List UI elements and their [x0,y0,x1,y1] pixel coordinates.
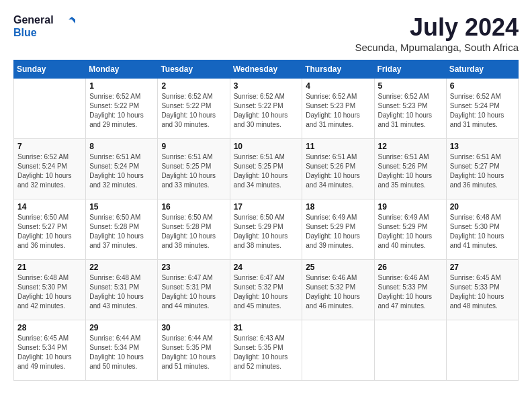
day-info: Sunrise: 6:51 AM Sunset: 5:27 PM Dayligh… [450,152,515,190]
day-info: Sunrise: 6:51 AM Sunset: 5:24 PM Dayligh… [89,152,154,190]
calendar-cell: 1Sunrise: 6:52 AM Sunset: 5:22 PM Daylig… [86,79,158,139]
calendar-cell: 31Sunrise: 6:43 AM Sunset: 5:35 PM Dayli… [230,320,302,381]
weekday-header-tuesday: Tuesday [158,60,230,79]
day-info: Sunrise: 6:50 AM Sunset: 5:29 PM Dayligh… [234,213,299,250]
calendar-cell: 6Sunrise: 6:52 AM Sunset: 5:24 PM Daylig… [446,79,518,139]
calendar-cell [302,320,374,381]
calendar-cell: 25Sunrise: 6:46 AM Sunset: 5:32 PM Dayli… [302,260,374,320]
day-info: Sunrise: 6:48 AM Sunset: 5:31 PM Dayligh… [89,273,154,311]
calendar-cell: 10Sunrise: 6:51 AM Sunset: 5:25 PM Dayli… [230,139,302,199]
logo: General Blue [13,13,75,39]
calendar-cell: 3Sunrise: 6:52 AM Sunset: 5:22 PM Daylig… [230,79,302,139]
day-info: Sunrise: 6:44 AM Sunset: 5:35 PM Dayligh… [161,334,226,371]
calendar-cell: 2Sunrise: 6:52 AM Sunset: 5:22 PM Daylig… [158,79,230,139]
day-number: 6 [450,81,515,91]
calendar-cell: 12Sunrise: 6:51 AM Sunset: 5:26 PM Dayli… [374,139,446,199]
day-number: 16 [161,202,226,212]
weekday-header-monday: Monday [86,60,158,79]
day-info: Sunrise: 6:49 AM Sunset: 5:29 PM Dayligh… [378,213,443,250]
day-number: 20 [450,202,515,212]
calendar-week-row: 21Sunrise: 6:48 AM Sunset: 5:30 PM Dayli… [14,260,519,320]
calendar-cell: 27Sunrise: 6:45 AM Sunset: 5:33 PM Dayli… [446,260,518,320]
calendar-cell: 4Sunrise: 6:52 AM Sunset: 5:23 PM Daylig… [302,79,374,139]
day-number: 25 [306,263,370,272]
day-info: Sunrise: 6:52 AM Sunset: 5:22 PM Dayligh… [161,92,226,130]
logo-general: General [13,13,54,26]
calendar-cell: 19Sunrise: 6:49 AM Sunset: 5:29 PM Dayli… [374,199,446,260]
day-info: Sunrise: 6:46 AM Sunset: 5:32 PM Dayligh… [306,273,370,311]
calendar-cell [14,79,86,139]
day-info: Sunrise: 6:52 AM Sunset: 5:24 PM Dayligh… [450,92,515,130]
calendar-cell: 18Sunrise: 6:49 AM Sunset: 5:29 PM Dayli… [302,199,374,260]
calendar-cell: 30Sunrise: 6:44 AM Sunset: 5:35 PM Dayli… [158,320,230,381]
calendar-cell: 17Sunrise: 6:50 AM Sunset: 5:29 PM Dayli… [230,199,302,260]
day-number: 30 [161,323,226,332]
calendar-week-row: 28Sunrise: 6:45 AM Sunset: 5:34 PM Dayli… [14,320,519,381]
day-info: Sunrise: 6:45 AM Sunset: 5:33 PM Dayligh… [450,273,515,311]
calendar-cell: 9Sunrise: 6:51 AM Sunset: 5:25 PM Daylig… [158,139,230,199]
calendar-cell [374,320,446,381]
day-info: Sunrise: 6:50 AM Sunset: 5:28 PM Dayligh… [161,213,226,250]
svg-marker-1 [72,19,75,24]
day-info: Sunrise: 6:50 AM Sunset: 5:28 PM Dayligh… [89,213,154,250]
day-info: Sunrise: 6:45 AM Sunset: 5:34 PM Dayligh… [17,334,82,371]
day-info: Sunrise: 6:51 AM Sunset: 5:26 PM Dayligh… [378,152,443,190]
calendar-cell: 26Sunrise: 6:46 AM Sunset: 5:33 PM Dayli… [374,260,446,320]
calendar-cell: 16Sunrise: 6:50 AM Sunset: 5:28 PM Dayli… [158,199,230,260]
weekday-header-saturday: Saturday [446,60,518,79]
day-number: 4 [306,81,370,91]
day-number: 7 [17,142,82,151]
day-info: Sunrise: 6:52 AM Sunset: 5:22 PM Dayligh… [234,92,299,130]
day-number: 27 [450,263,515,272]
day-info: Sunrise: 6:52 AM Sunset: 5:23 PM Dayligh… [378,92,443,130]
day-info: Sunrise: 6:47 AM Sunset: 5:32 PM Dayligh… [234,273,299,311]
day-info: Sunrise: 6:44 AM Sunset: 5:34 PM Dayligh… [89,334,154,371]
weekday-header-row: SundayMondayTuesdayWednesdayThursdayFrid… [14,60,519,79]
day-number: 23 [161,263,226,272]
day-info: Sunrise: 6:48 AM Sunset: 5:30 PM Dayligh… [17,273,82,311]
calendar-cell: 5Sunrise: 6:52 AM Sunset: 5:23 PM Daylig… [374,79,446,139]
day-number: 10 [234,142,299,151]
day-info: Sunrise: 6:49 AM Sunset: 5:29 PM Dayligh… [306,213,370,250]
day-info: Sunrise: 6:52 AM Sunset: 5:24 PM Dayligh… [17,152,82,190]
calendar-week-row: 1Sunrise: 6:52 AM Sunset: 5:22 PM Daylig… [14,79,519,139]
day-number: 8 [89,142,154,151]
calendar-cell: 13Sunrise: 6:51 AM Sunset: 5:27 PM Dayli… [446,139,518,199]
calendar-cell: 22Sunrise: 6:48 AM Sunset: 5:31 PM Dayli… [86,260,158,320]
calendar-cell: 7Sunrise: 6:52 AM Sunset: 5:24 PM Daylig… [14,139,86,199]
day-info: Sunrise: 6:52 AM Sunset: 5:22 PM Dayligh… [89,92,154,130]
day-info: Sunrise: 6:51 AM Sunset: 5:26 PM Dayligh… [306,152,370,190]
logo-bird-icon [56,17,75,36]
day-number: 2 [161,81,226,91]
calendar-week-row: 7Sunrise: 6:52 AM Sunset: 5:24 PM Daylig… [14,139,519,199]
day-number: 22 [89,263,154,272]
weekday-header-wednesday: Wednesday [230,60,302,79]
calendar-cell: 15Sunrise: 6:50 AM Sunset: 5:28 PM Dayli… [86,199,158,260]
calendar-cell: 21Sunrise: 6:48 AM Sunset: 5:30 PM Dayli… [14,260,86,320]
day-info: Sunrise: 6:51 AM Sunset: 5:25 PM Dayligh… [234,152,299,190]
calendar-week-row: 14Sunrise: 6:50 AM Sunset: 5:27 PM Dayli… [14,199,519,260]
day-info: Sunrise: 6:50 AM Sunset: 5:27 PM Dayligh… [17,213,82,250]
day-info: Sunrise: 6:52 AM Sunset: 5:23 PM Dayligh… [306,92,370,130]
day-number: 29 [89,323,154,332]
day-number: 11 [306,142,370,151]
calendar-cell: 14Sunrise: 6:50 AM Sunset: 5:27 PM Dayli… [14,199,86,260]
day-info: Sunrise: 6:43 AM Sunset: 5:35 PM Dayligh… [234,334,299,371]
day-number: 12 [378,142,443,151]
calendar-cell: 23Sunrise: 6:47 AM Sunset: 5:31 PM Dayli… [158,260,230,320]
day-number: 15 [89,202,154,212]
weekday-header-friday: Friday [374,60,446,79]
calendar-cell: 24Sunrise: 6:47 AM Sunset: 5:32 PM Dayli… [230,260,302,320]
day-number: 24 [234,263,299,272]
calendar-cell: 28Sunrise: 6:45 AM Sunset: 5:34 PM Dayli… [14,320,86,381]
day-number: 9 [161,142,226,151]
day-info: Sunrise: 6:46 AM Sunset: 5:33 PM Dayligh… [378,273,443,311]
day-number: 17 [234,202,299,212]
calendar-cell: 20Sunrise: 6:48 AM Sunset: 5:30 PM Dayli… [446,199,518,260]
day-info: Sunrise: 6:47 AM Sunset: 5:31 PM Dayligh… [161,273,226,311]
day-number: 5 [378,81,443,91]
calendar-cell [446,320,518,381]
svg-marker-0 [69,17,75,19]
calendar-cell: 11Sunrise: 6:51 AM Sunset: 5:26 PM Dayli… [302,139,374,199]
month-title: July 2024 [355,13,519,42]
